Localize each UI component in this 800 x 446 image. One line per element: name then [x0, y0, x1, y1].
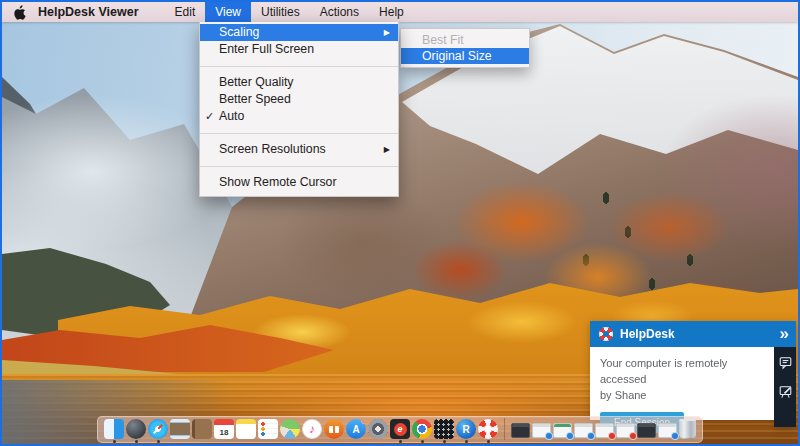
helpdesk-panel-body: Your computer is remotely accessed by Sh…: [590, 347, 774, 420]
window-titlebar: [575, 424, 592, 427]
itunes-icon: ♪: [302, 419, 322, 439]
notification-badge: [361, 419, 366, 424]
menu-item-better-quality[interactable]: Better Quality: [200, 74, 398, 91]
finder-icon: [104, 419, 124, 439]
dock-app-explorer[interactable]: e: [390, 419, 410, 439]
launchpad-icon: [126, 419, 146, 439]
running-indicator: [487, 440, 490, 443]
menu-item-label: Best Fit: [422, 33, 464, 47]
dock-minimized-window-5[interactable]: [595, 420, 614, 438]
helpdesk-panel: HelpDesk » Your computer is remotely acc…: [590, 321, 796, 347]
screenshare-icon: [434, 419, 454, 439]
helpdesk-panel-toolbar: [774, 347, 796, 427]
apple-icon[interactable]: [13, 5, 26, 20]
menubar-item-help[interactable]: Help: [369, 2, 414, 22]
dock-minimized-window-2[interactable]: [532, 420, 551, 438]
dock-minimized-window-3[interactable]: [553, 420, 572, 438]
chrome-icon: [412, 419, 432, 439]
window-thumbnail: [574, 423, 593, 438]
dock-app-helpdesk[interactable]: [478, 419, 498, 439]
menubar-item-utilities[interactable]: Utilities: [251, 2, 310, 22]
dock-app-contacts[interactable]: [192, 419, 212, 439]
dock-separator: [504, 418, 505, 440]
sysprefs-icon: [368, 419, 388, 439]
icon-glyph: e: [394, 423, 407, 436]
dock-app-notes[interactable]: [236, 419, 256, 439]
menu-bar: HelpDesk Viewer EditViewUtilitiesActions…: [2, 2, 798, 22]
app-name: HelpDesk Viewer: [38, 5, 139, 19]
scaling-submenu: Best FitOriginal Size: [400, 28, 530, 68]
app-badge: [671, 432, 679, 440]
notes-icon: [236, 419, 256, 439]
remote-icon: R: [456, 419, 476, 439]
helpdesk-icon: [478, 419, 498, 439]
dock-minimized-window-1[interactable]: [511, 420, 530, 438]
collapse-panel-button[interactable]: »: [773, 322, 796, 346]
menu-item-show-remote-cursor[interactable]: Show Remote Cursor: [200, 174, 398, 191]
dock-app-maps[interactable]: [280, 419, 300, 439]
window-thumbnail: [616, 423, 635, 438]
dock-app-reminders[interactable]: [258, 419, 278, 439]
menubar-item-view[interactable]: View: [205, 2, 251, 22]
dock-app-mail[interactable]: [170, 419, 190, 439]
submenu-arrow-icon: ▶: [384, 141, 390, 158]
remote-viewer-window: 18♪AeR HelpDesk Viewer EditViewUtilities…: [0, 0, 800, 446]
maps-icon: [280, 419, 300, 439]
menu-item-scaling[interactable]: Scaling▶: [200, 24, 398, 41]
running-indicator: [157, 440, 160, 443]
dock-app-chrome[interactable]: [412, 419, 432, 439]
menu-item-better-speed[interactable]: Better Speed: [200, 91, 398, 108]
menu-item-screen-resolutions[interactable]: Screen Resolutions▶: [200, 141, 398, 158]
mail-icon: [170, 419, 190, 439]
dock-app-appstore[interactable]: A: [346, 419, 366, 439]
trash-icon: [679, 419, 696, 439]
helpdesk-panel-title: HelpDesk: [620, 327, 773, 341]
dock-app-itunes[interactable]: ♪: [302, 419, 322, 439]
dock-minimized-window-8[interactable]: [658, 420, 677, 438]
window-titlebar: [533, 424, 550, 427]
menu-item-best-fit[interactable]: Best Fit: [401, 32, 529, 48]
menu-item-label: Screen Resolutions: [219, 142, 326, 156]
window-titlebar: [659, 424, 676, 427]
running-indicator: [135, 440, 138, 443]
remote-access-message-line1: Your computer is remotely accessed: [600, 356, 764, 388]
running-indicator: [465, 440, 468, 443]
window-thumbnail: [595, 423, 614, 438]
menu-item-original-size[interactable]: Original Size: [401, 48, 529, 64]
app-badge: [587, 432, 595, 440]
app-badge: [629, 432, 637, 440]
window-thumbnail: [532, 423, 551, 438]
menubar-item-actions[interactable]: Actions: [310, 2, 369, 22]
icon-glyph: A: [352, 424, 359, 435]
menubar-item-edit[interactable]: Edit: [165, 2, 206, 22]
dock-app-sysprefs[interactable]: [368, 419, 388, 439]
menu-item-enter-full-screen[interactable]: Enter Full Screen: [200, 41, 398, 58]
window-titlebar: [638, 424, 655, 427]
menu-item-label: Scaling: [219, 25, 259, 39]
menu-item-auto[interactable]: ✓Auto: [200, 108, 398, 125]
menu-item-label: Auto: [219, 109, 244, 123]
dock-app-books[interactable]: [324, 419, 344, 439]
dock: 18♪AeR: [97, 416, 703, 443]
dock-app-calendar[interactable]: 18: [214, 419, 234, 439]
dock-minimized-window-6[interactable]: [616, 420, 635, 438]
dock-app-launchpad[interactable]: [126, 419, 146, 439]
menu-separator: [200, 125, 398, 141]
dock-app-finder[interactable]: [104, 419, 124, 439]
annotate-whiteboard-icon[interactable]: [779, 385, 792, 399]
dock-minimized-window-7[interactable]: [637, 420, 656, 438]
menu-item-label: Better Speed: [219, 92, 291, 106]
dock-minimized-window-4[interactable]: [574, 420, 593, 438]
window-titlebar: [596, 424, 613, 427]
window-thumbnail: [553, 423, 572, 438]
submenu-arrow-icon: ▶: [384, 24, 390, 41]
dock-trash[interactable]: [679, 419, 696, 439]
dock-app-screenshare[interactable]: [434, 419, 454, 439]
window-thumbnail: [658, 423, 677, 438]
dock-app-safari[interactable]: [148, 419, 168, 439]
safari-icon: [148, 419, 168, 439]
dock-app-remote[interactable]: R: [456, 419, 476, 439]
chat-icon[interactable]: [779, 356, 792, 370]
window-thumbnail: [637, 423, 656, 438]
app-badge: [566, 432, 574, 440]
